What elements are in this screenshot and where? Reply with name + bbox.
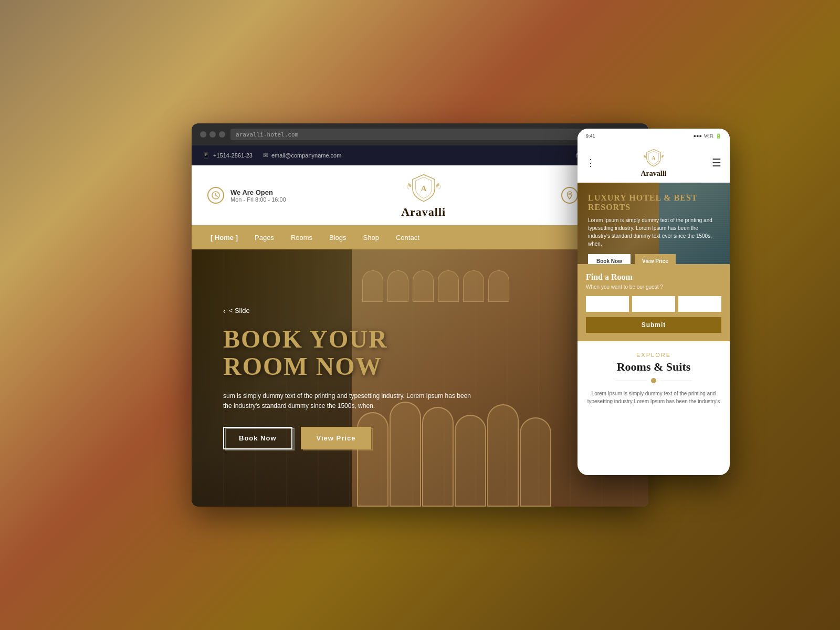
nav-rooms[interactable]: Rooms bbox=[282, 225, 321, 249]
mobile-rooms-section: Explore Rooms & Suits Lorem Ipsum is sim… bbox=[578, 341, 730, 416]
slide-arrow: ‹ bbox=[223, 307, 226, 315]
window-6 bbox=[488, 270, 509, 302]
email-address: email@companyname.com bbox=[271, 152, 341, 159]
mobile-logo-name: Aravalli bbox=[641, 170, 667, 178]
mobile-time: 9:41 bbox=[586, 133, 595, 139]
hero-description: sum is simply dummy text of the printing… bbox=[223, 391, 475, 411]
nav-blogs[interactable]: Blogs bbox=[321, 225, 355, 249]
phone-icon: 📱 bbox=[202, 152, 210, 159]
svg-line-2 bbox=[216, 196, 217, 197]
logo-center[interactable]: A Aravalli bbox=[401, 172, 446, 219]
open-hours-text: We Are Open Mon - Fri 8:00 - 16:00 bbox=[230, 188, 286, 203]
book-now-button[interactable]: Book Now bbox=[223, 427, 292, 449]
nav-home-label: [ Home ] bbox=[211, 234, 238, 242]
three-dots-icon[interactable]: ⋮ bbox=[586, 157, 595, 169]
phone-number: +1514-2861-23 bbox=[213, 152, 253, 159]
divider-line-right bbox=[660, 381, 692, 381]
devices-container: aravalli-hotel.com 📱 +1514-2861-23 ✉ ema… bbox=[192, 123, 648, 507]
find-room-title: Find a Room bbox=[586, 272, 721, 282]
nav-shop-label: Shop bbox=[363, 234, 379, 242]
window-2 bbox=[387, 270, 408, 302]
window-4 bbox=[438, 270, 459, 302]
rooms-section-description: Lorem Ipsum is simply dummy text of the … bbox=[586, 390, 721, 405]
slide-label: < Slide bbox=[229, 307, 250, 314]
open-hours-value: Mon - Fri 8:00 - 16:00 bbox=[230, 196, 286, 203]
url-text: aravalli-hotel.com bbox=[236, 131, 298, 138]
nav-contact[interactable]: Contact bbox=[387, 225, 428, 249]
mobile-book-now-button[interactable]: Book Now bbox=[588, 254, 631, 264]
mobile-logo[interactable]: A Aravalli bbox=[641, 148, 667, 178]
logo-name: Aravalli bbox=[401, 205, 446, 219]
arch-6 bbox=[520, 417, 551, 507]
view-price-button[interactable]: View Price bbox=[301, 427, 372, 449]
dot-red bbox=[200, 131, 206, 138]
nav-pages-label: Pages bbox=[255, 234, 274, 242]
info-bar-left: 📱 +1514-2861-23 ✉ email@companyname.com bbox=[202, 152, 341, 159]
svg-text:A: A bbox=[421, 184, 426, 193]
mobile-hero: LUXURY HOTEL & BEST RESORTS Lorem Ipsum … bbox=[578, 183, 730, 264]
svg-point-4 bbox=[569, 193, 570, 195]
mobile-signal: ●●● bbox=[694, 133, 702, 139]
mobile-hero-title: LUXURY HOTEL & BEST RESORTS bbox=[588, 193, 719, 212]
window-3 bbox=[413, 270, 434, 302]
divider-dot bbox=[651, 378, 656, 383]
open-hours-block: We Are Open Mon - Fri 8:00 - 16:00 bbox=[207, 187, 286, 204]
rooms-section-title: Rooms & Suits bbox=[586, 360, 721, 374]
mobile-status-bar: 9:41 ●●● WiFi 🔋 bbox=[578, 129, 730, 143]
window-1 bbox=[362, 270, 383, 302]
explore-label: Explore bbox=[586, 352, 721, 358]
find-room-selects bbox=[586, 296, 721, 312]
hero-buttons: Book Now View Price bbox=[223, 427, 475, 449]
mobile-nav: ⋮ A Aravalli ☰ bbox=[578, 143, 730, 183]
mobile-wifi: WiFi bbox=[704, 133, 713, 139]
phone-info: 📱 +1514-2861-23 bbox=[202, 152, 253, 159]
mobile-status-icons: ●●● WiFi 🔋 bbox=[694, 133, 721, 139]
email-info: ✉ email@companyname.com bbox=[263, 152, 341, 159]
checkout-select[interactable] bbox=[632, 296, 675, 312]
slide-indicator: ‹ < Slide bbox=[223, 307, 475, 315]
nav-links: [ Home ] Pages Rooms Blogs Shop bbox=[202, 225, 428, 249]
hamburger-icon[interactable]: ☰ bbox=[712, 156, 721, 169]
main-wrapper: aravalli-hotel.com 📱 +1514-2861-23 ✉ ema… bbox=[0, 0, 840, 630]
dot-green bbox=[219, 131, 225, 138]
section-divider bbox=[586, 378, 721, 383]
nav-blogs-label: Blogs bbox=[329, 234, 346, 242]
location-icon bbox=[561, 187, 578, 204]
clock-icon bbox=[207, 187, 224, 204]
mobile-view-price-button[interactable]: View Price bbox=[635, 254, 676, 264]
mobile-logo-emblem: A bbox=[642, 148, 665, 167]
guests-select[interactable] bbox=[678, 296, 721, 312]
nav-shop[interactable]: Shop bbox=[355, 225, 387, 249]
email-icon: ✉ bbox=[263, 152, 268, 159]
nav-rooms-label: Rooms bbox=[291, 234, 312, 242]
mobile-device: 9:41 ●●● WiFi 🔋 ⋮ A bbox=[578, 129, 730, 475]
nav-home[interactable]: [ Home ] bbox=[202, 225, 246, 249]
mobile-find-room: Find a Room When you want to be our gues… bbox=[578, 264, 730, 341]
nav-pages[interactable]: Pages bbox=[246, 225, 282, 249]
checkin-select[interactable] bbox=[586, 296, 629, 312]
mobile-battery: 🔋 bbox=[716, 133, 721, 139]
hero-title: Book Your Room Now bbox=[223, 326, 475, 381]
mobile-hero-buttons: Book Now View Price bbox=[588, 254, 719, 264]
find-room-subtitle: When you want to be our guest ? bbox=[586, 284, 721, 290]
nav-contact-label: Contact bbox=[396, 234, 419, 242]
mobile-hero-content: LUXURY HOTEL & BEST RESORTS Lorem Ipsum … bbox=[588, 193, 719, 264]
hero-content: ‹ < Slide Book Your Room Now sum is simp… bbox=[192, 307, 507, 450]
find-room-submit[interactable]: Submit bbox=[586, 317, 721, 333]
svg-text:A: A bbox=[652, 155, 656, 161]
open-hours-label: We Are Open bbox=[230, 188, 286, 196]
divider-line-left bbox=[615, 381, 647, 381]
dot-yellow bbox=[209, 131, 216, 138]
logo-emblem: A bbox=[405, 172, 442, 203]
mobile-hero-description: Lorem Ipsum is simply dummy text of the … bbox=[588, 216, 719, 248]
browser-dots bbox=[200, 131, 225, 138]
window-5 bbox=[463, 270, 484, 302]
